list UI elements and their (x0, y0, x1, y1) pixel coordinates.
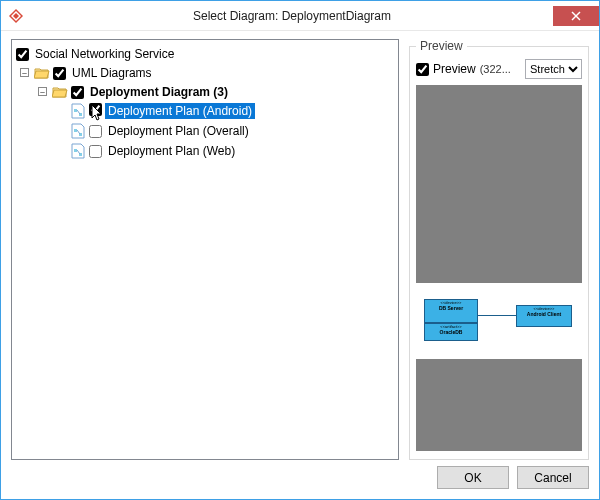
dialog-body: – Social Networking Service – (1, 31, 599, 466)
button-bar: OK Cancel (1, 466, 599, 499)
tree-checkbox[interactable] (16, 48, 29, 61)
app-icon (1, 9, 31, 23)
tree-leaf-overall[interactable]: Deployment Plan (Overall) (70, 122, 396, 140)
close-button[interactable] (553, 6, 599, 26)
tree-toggle[interactable]: – (38, 87, 47, 96)
tree-checkbox[interactable] (89, 145, 102, 158)
uml-node-client: <<device>> Android Client (516, 305, 572, 327)
uml-node-dbserver: <<device>> DB Server (424, 299, 478, 323)
svg-rect-5 (74, 109, 77, 112)
uml-connector (478, 315, 516, 316)
ok-button[interactable]: OK (437, 466, 509, 489)
tree-label: UML Diagrams (69, 65, 155, 81)
tree-label: Deployment Plan (Web) (105, 143, 238, 159)
preview-checkbox-label: Preview (433, 62, 476, 76)
tree-checkbox[interactable] (89, 125, 102, 138)
dialog-window: Select Diagram: DeploymentDiagram – Soci… (0, 0, 600, 500)
diagram-file-icon (70, 143, 86, 159)
tree-toggle[interactable]: – (20, 68, 29, 77)
preview-controls: Preview (322... Stretch (416, 59, 582, 79)
diagram-file-icon (70, 123, 86, 139)
tree-node-deployment[interactable]: Deployment Diagram (3) (52, 83, 396, 101)
tree-label: Social Networking Service (32, 46, 177, 62)
preview-dimensions: (322... (480, 63, 521, 75)
tree-label: Deployment Plan (Overall) (105, 123, 252, 139)
dialog-title: Select Diagram: DeploymentDiagram (31, 9, 553, 23)
tree-checkbox[interactable] (89, 103, 102, 116)
preview-panel: Preview Preview (322... Stretch <<device… (409, 39, 589, 460)
diagram-file-icon (70, 103, 86, 119)
cancel-button[interactable]: Cancel (517, 466, 589, 489)
tree-checkbox[interactable] (53, 67, 66, 80)
tree-node-root[interactable]: Social Networking Service (16, 45, 396, 63)
tree-label: Deployment Diagram (3) (87, 84, 231, 100)
preview-diagram: <<device>> DB Server <<artifact>> Oracle… (416, 283, 582, 359)
preview-legend: Preview (416, 39, 467, 53)
titlebar: Select Diagram: DeploymentDiagram (1, 1, 599, 31)
tree-label-selected: Deployment Plan (Android) (105, 103, 255, 119)
preview-fieldset: Preview Preview (322... Stretch <<device… (409, 39, 589, 460)
preview-canvas: <<device>> DB Server <<artifact>> Oracle… (416, 85, 582, 451)
tree-checkbox[interactable] (71, 86, 84, 99)
preview-checkbox[interactable] (416, 63, 429, 76)
preview-mode-select[interactable]: Stretch (525, 59, 582, 79)
tree-leaf-web[interactable]: Deployment Plan (Web) (70, 142, 396, 160)
tree-panel[interactable]: – Social Networking Service – (11, 39, 399, 460)
svg-rect-8 (74, 129, 77, 132)
folder-open-icon (34, 65, 50, 81)
svg-rect-11 (74, 149, 77, 152)
tree-node-uml[interactable]: UML Diagrams (34, 64, 396, 82)
tree-leaf-android[interactable]: Deployment Plan (Android) (70, 102, 396, 120)
uml-node-oracledb: <<artifact>> OracleDB (424, 323, 478, 341)
folder-open-icon (52, 84, 68, 100)
